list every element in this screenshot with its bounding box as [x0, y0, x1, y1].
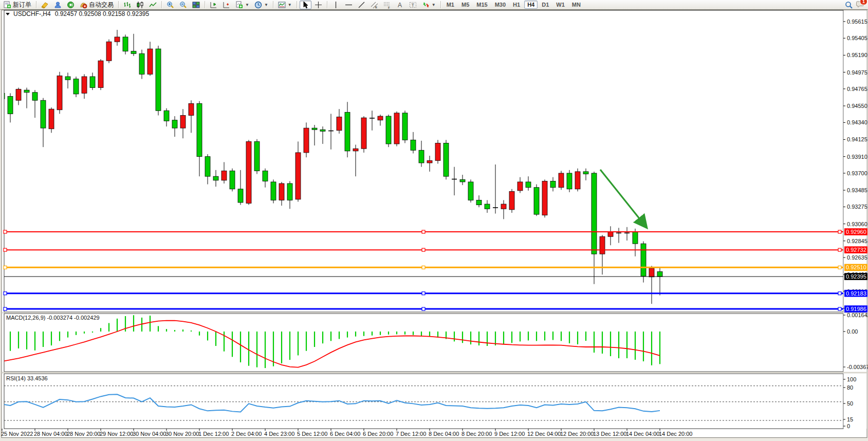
candle-bearish: [139, 53, 144, 74]
notifications-button[interactable]: 1: [856, 0, 865, 10]
auto-scroll-button[interactable]: [220, 1, 232, 9]
rsi-axis-label: 50: [847, 400, 853, 407]
alerts-button[interactable]: [65, 1, 77, 9]
cursor-tool-button[interactable]: [300, 1, 311, 9]
line-handle[interactable]: [4, 266, 7, 269]
candle-bearish: [419, 150, 424, 163]
candle-bullish: [189, 103, 194, 115]
auto-trading-button[interactable]: 自动交易: [78, 1, 116, 9]
line-handle[interactable]: [838, 307, 841, 310]
timeframe-h4[interactable]: H4: [524, 1, 538, 9]
timeframe-group: M1M5M15M30H1H4D1W1MN: [444, 1, 584, 9]
line-handle[interactable]: [4, 248, 7, 251]
candle-bearish: [156, 49, 161, 111]
chevron-down-icon: ▼: [432, 3, 436, 7]
search-icon[interactable]: [845, 1, 853, 9]
candle-bullish: [57, 76, 62, 109]
line-handle[interactable]: [838, 248, 841, 251]
candle-bearish: [534, 188, 539, 214]
chart-window: 0.956150.954050.951900.949750.947650.945…: [0, 10, 868, 441]
chart-canvas[interactable]: 0.956150.954050.951900.949750.947650.945…: [0, 10, 868, 441]
pane-separator[interactable]: [2, 372, 867, 374]
hline-tool-button[interactable]: [343, 1, 355, 9]
line-handle[interactable]: [838, 292, 841, 295]
text-label-tool-button[interactable]: T: [407, 1, 419, 9]
candle-bearish: [402, 113, 408, 140]
chart-symbol-period: USDCHF-,H4: [13, 10, 51, 17]
timeframe-m5[interactable]: M5: [458, 1, 472, 9]
timeframe-m15[interactable]: M15: [473, 1, 490, 9]
candle-bullish: [378, 116, 383, 120]
line-handle[interactable]: [4, 292, 7, 295]
line-handle[interactable]: [422, 266, 425, 269]
zoom-out-button[interactable]: [177, 1, 189, 9]
new-chart-button[interactable]: ▼: [233, 1, 251, 9]
timeframe-m30[interactable]: M30: [492, 1, 509, 9]
timeframe-d1[interactable]: D1: [539, 1, 552, 9]
timeframe-h1[interactable]: H1: [510, 1, 523, 9]
text-tool-button[interactable]: A: [394, 1, 406, 9]
separator: [161, 1, 162, 8]
timeframe-m1[interactable]: M1: [444, 1, 457, 9]
crosshair-tool-button[interactable]: [312, 1, 324, 9]
text-label-icon: T: [409, 1, 417, 9]
line-handle[interactable]: [838, 266, 841, 269]
candle-bullish: [501, 204, 506, 209]
line-handle[interactable]: [4, 230, 7, 233]
candle-chart-button[interactable]: [134, 1, 146, 9]
line-handle[interactable]: [422, 292, 425, 295]
line-handle[interactable]: [422, 230, 425, 233]
time-axis-label: 8 Dec 20:00: [461, 431, 492, 437]
price-axis-label: 0.94550: [847, 103, 867, 109]
line-chart-button[interactable]: [147, 1, 159, 9]
channel-tool-button[interactable]: E: [368, 1, 380, 9]
candle-bearish: [411, 140, 416, 150]
candle-bearish: [592, 173, 597, 254]
profile-button[interactable]: [39, 1, 51, 9]
bar-chart-button[interactable]: [121, 1, 133, 9]
time-axis-label: 5 Dec 12:00: [297, 431, 327, 437]
community-icon: [54, 1, 62, 9]
candle-bullish: [16, 89, 21, 101]
fibonacci-tool-button[interactable]: F: [381, 1, 393, 9]
candle-bullish: [337, 117, 342, 131]
candle-bearish: [526, 182, 531, 188]
shift-end-button[interactable]: [208, 1, 219, 9]
zoom-in-button[interactable]: [164, 1, 176, 9]
candle-bullish: [542, 181, 547, 215]
candle-bullish: [246, 141, 251, 203]
pane-separator[interactable]: [2, 313, 867, 314]
crosshair-icon: [315, 1, 322, 9]
community-button[interactable]: [52, 1, 64, 9]
trendline-tool-button[interactable]: [356, 1, 367, 9]
vline-tool-button[interactable]: [330, 1, 342, 9]
zoom-in-icon: [167, 1, 174, 9]
separator: [205, 1, 205, 8]
candle-bullish: [115, 37, 120, 42]
price-axis-label: 0.95190: [847, 52, 867, 58]
channel-icon: E: [371, 1, 378, 9]
line-handle[interactable]: [422, 307, 425, 310]
price-line-tag-text: 0.92960: [846, 229, 866, 235]
price-axis-label: 0.93910: [847, 154, 867, 160]
timeframe-w1[interactable]: W1: [553, 1, 568, 9]
profiles-button[interactable]: ▼: [276, 1, 294, 9]
candle-bearish: [90, 77, 95, 88]
shift-end-icon: [210, 1, 217, 9]
svg-text:T: T: [411, 3, 414, 8]
rsi-axis-label: 80: [847, 384, 853, 391]
text-icon: A: [396, 1, 404, 9]
tile-windows-button[interactable]: [190, 1, 202, 9]
candle-bullish: [296, 153, 301, 199]
line-handle[interactable]: [422, 248, 425, 251]
arrows-tool-button[interactable]: ▼: [420, 1, 438, 9]
new-order-button[interactable]: 新订单: [2, 1, 33, 9]
line-handle[interactable]: [838, 230, 841, 233]
timeframe-mn[interactable]: MN: [569, 1, 584, 9]
line-handle[interactable]: [4, 307, 7, 310]
time-axis-label: 30 Nov 04:00: [133, 431, 166, 437]
macd-pane[interactable]: [4, 314, 843, 372]
periods-button[interactable]: ▼: [252, 1, 270, 9]
price-axis-label: 0.93700: [847, 170, 867, 176]
candle-bullish: [304, 128, 309, 153]
